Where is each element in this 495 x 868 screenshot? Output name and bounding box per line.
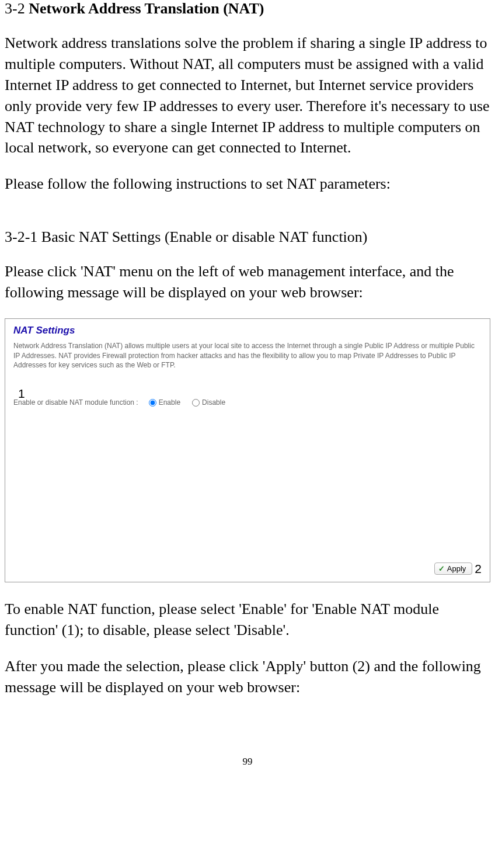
- apply-button[interactable]: ✓ Apply: [434, 563, 473, 575]
- nat-settings-description: Network Address Translation (NAT) allows…: [13, 341, 482, 370]
- disable-radio[interactable]: [192, 399, 200, 407]
- apply-instructions-paragraph: After you made the selection, please cli…: [5, 656, 490, 698]
- disable-radio-group[interactable]: Disable: [192, 398, 225, 407]
- callout-number-1: 1: [18, 387, 25, 401]
- apply-button-wrap: ✓ Apply 2: [434, 562, 482, 576]
- subsection-title: 3-2-1 Basic NAT Settings (Enable or disa…: [5, 228, 490, 246]
- nat-settings-screenshot: NAT Settings Network Address Translation…: [5, 318, 490, 582]
- nat-settings-title: NAT Settings: [13, 325, 482, 336]
- enable-instructions-paragraph: To enable NAT function, please select 'E…: [5, 599, 490, 641]
- disable-radio-label: Disable: [202, 398, 225, 407]
- page-number: 99: [5, 756, 490, 773]
- nat-toggle-row: Enable or disable NAT module function : …: [13, 398, 482, 407]
- apply-button-label: Apply: [447, 564, 466, 573]
- instructions-paragraph: Please follow the following instructions…: [5, 173, 490, 195]
- nat-toggle-label: Enable or disable NAT module function :: [13, 398, 138, 407]
- check-icon: ✓: [438, 564, 445, 573]
- callout-number-2: 2: [475, 562, 482, 576]
- section-title: 3-2 Network Address Translation (NAT): [5, 0, 490, 18]
- enable-radio-group[interactable]: Enable: [149, 398, 180, 407]
- intro-paragraph: Network address translations solve the p…: [5, 33, 490, 158]
- click-nat-paragraph: Please click 'NAT' menu on the left of w…: [5, 261, 490, 303]
- section-title-bold: Network Address Translation (NAT): [29, 0, 264, 17]
- enable-radio[interactable]: [149, 399, 156, 407]
- enable-radio-label: Enable: [159, 398, 180, 407]
- section-number: 3-2: [5, 0, 29, 17]
